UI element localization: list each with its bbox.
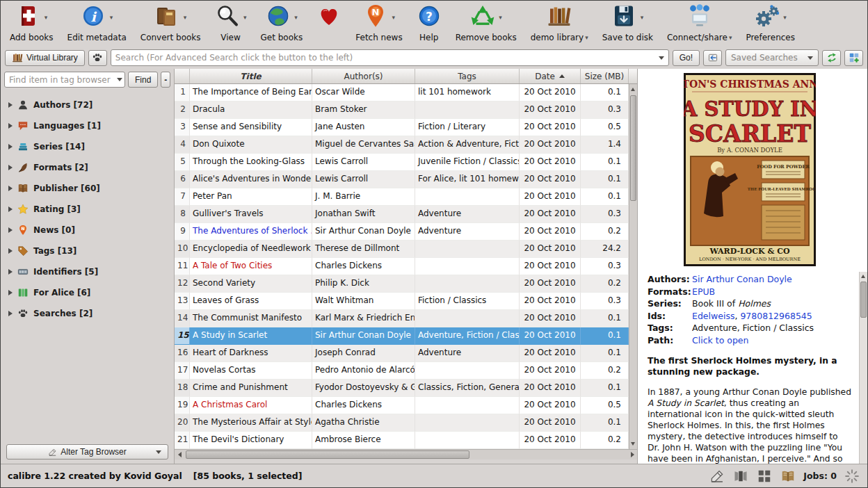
sidebar-item-for-alice[interactable]: For Alice [6] bbox=[4, 282, 170, 303]
column-header[interactable]: Size (MB) bbox=[581, 69, 629, 83]
sidebar-item-series[interactable]: Series [14] bbox=[4, 136, 170, 157]
collapse-all-button[interactable]: - bbox=[161, 72, 170, 88]
toggle-book-details-button[interactable] bbox=[780, 468, 796, 485]
book-row[interactable]: 17 Novelas Cortas Pedro Antonio de Alarc… bbox=[175, 362, 629, 380]
jobs-spinner-icon[interactable] bbox=[844, 468, 860, 485]
expand-arrow-icon[interactable] bbox=[8, 102, 13, 108]
scrollbar-track[interactable] bbox=[184, 450, 627, 459]
toggle-tag-browser-button[interactable] bbox=[709, 468, 725, 485]
book-row[interactable]: 13 Leaves of Grass Walt Whitman Fiction … bbox=[175, 293, 629, 310]
search-input[interactable] bbox=[115, 53, 655, 63]
dropdown-arrow[interactable]: ▾ bbox=[106, 14, 113, 21]
dropdown-arrow[interactable]: ▾ bbox=[291, 14, 298, 21]
jobs-label[interactable]: Jobs: 0 bbox=[803, 471, 837, 481]
book-row[interactable]: 21 The Devil's Dictionary Ambrose Bierce… bbox=[175, 432, 629, 449]
book-row[interactable]: 8 Gulliver's Travels Jonathan Swift Adve… bbox=[175, 206, 629, 223]
alter-tag-browser-button[interactable]: Alter Tag Browser bbox=[6, 444, 168, 459]
book-row[interactable]: 18 Crime and Punishment Fyodor Dostoyevs… bbox=[175, 380, 629, 397]
toolbar-button-remove-books[interactable]: ▾ Remove books bbox=[451, 3, 522, 43]
details-scrollbar[interactable] bbox=[859, 272, 867, 464]
sidebar-item-publisher[interactable]: Publisher [60] bbox=[4, 178, 170, 199]
dropdown-arrow[interactable]: ▾ bbox=[780, 14, 787, 21]
detail-link[interactable]: Sir Arthur Conan Doyle bbox=[692, 274, 792, 284]
toolbar-button-add-books[interactable]: ▾ Add books bbox=[5, 3, 58, 43]
dropdown-arrow[interactable]: ▾ bbox=[179, 14, 186, 21]
scrollbar-thumb[interactable] bbox=[186, 450, 469, 459]
go-button[interactable]: Go! bbox=[673, 50, 700, 66]
expand-arrow-icon[interactable] bbox=[8, 123, 13, 129]
chevron-down-icon[interactable] bbox=[117, 78, 122, 81]
find-button[interactable]: Find bbox=[128, 72, 158, 88]
booklist-horizontal-scrollbar[interactable] bbox=[175, 449, 637, 459]
expand-arrow-icon[interactable] bbox=[8, 227, 13, 233]
book-row[interactable]: 16 Heart of Darkness Joseph Conrad Adven… bbox=[175, 345, 629, 362]
dropdown-arrow[interactable]: ▾ bbox=[585, 34, 588, 41]
book-row[interactable]: 14 The Communist Manifesto Karl Marx & F… bbox=[175, 310, 629, 327]
toolbar-button-help[interactable]: ? Help bbox=[412, 3, 447, 43]
detail-link[interactable]: EPUB bbox=[692, 286, 715, 297]
toolbar-button-save-to-disk[interactable]: ▾ Save to disk bbox=[597, 3, 658, 43]
sidebar-item-formats[interactable]: Formats [2] bbox=[4, 157, 170, 178]
chevron-down-icon[interactable] bbox=[659, 56, 664, 60]
expand-arrow-icon[interactable] bbox=[8, 165, 13, 170]
add-saved-search-button[interactable] bbox=[844, 50, 863, 66]
book-row[interactable]: 11 A Tale of Two Cities Charles Dickens … bbox=[175, 258, 629, 275]
book-row[interactable]: 9 The Adventures of Sherlock … Sir Arthu… bbox=[175, 223, 629, 241]
detail-link[interactable]: Click to open bbox=[692, 335, 748, 345]
expand-arrow-icon[interactable] bbox=[8, 144, 13, 149]
search-combobox[interactable] bbox=[111, 49, 669, 66]
book-row[interactable]: 4 Don Quixote Miguel de Cervantes Saa… A… bbox=[175, 136, 629, 154]
chevron-down-icon[interactable] bbox=[807, 56, 813, 60]
book-row[interactable]: 7 Peter Pan J. M. Barrie 20 Oct 2010 0.1 bbox=[175, 188, 629, 206]
toolbar-button-demo-library[interactable]: demo library ▾ bbox=[526, 3, 593, 43]
find-combobox[interactable] bbox=[4, 72, 125, 88]
dropdown-arrow[interactable]: ▾ bbox=[40, 14, 47, 21]
dropdown-arrow[interactable]: ▾ bbox=[388, 14, 395, 21]
book-cover[interactable]: BEETON'S CHRISTMAS ANNUAL A STUDY IN SCA… bbox=[648, 73, 852, 266]
detail-link[interactable]: Edelweiss bbox=[692, 311, 734, 321]
book-row[interactable]: 15 A Study in Scarlet Sir Arthur Conan D… bbox=[175, 327, 629, 345]
book-row[interactable]: 6 Alice's Adventures in Wonder… Lewis Ca… bbox=[175, 171, 629, 188]
book-row[interactable]: 2 Dracula Bram Stoker 20 Oct 2010 0.3 bbox=[175, 101, 629, 119]
book-row[interactable]: 20 The Mysterious Affair at Styles Agath… bbox=[175, 414, 629, 432]
expand-arrow-icon[interactable] bbox=[8, 290, 13, 295]
expand-arrow-icon[interactable] bbox=[8, 206, 13, 212]
sidebar-item-rating[interactable]: Rating [3] bbox=[4, 199, 170, 220]
expand-arrow-icon[interactable] bbox=[8, 311, 13, 316]
toolbar-button-donate[interactable] bbox=[312, 3, 346, 33]
dropdown-arrow[interactable]: ▾ bbox=[636, 14, 643, 21]
sidebar-item-identifiers[interactable]: Identifiers [5] bbox=[4, 261, 170, 282]
book-row[interactable]: 1 The Importance of Being Ear… Oscar Wil… bbox=[175, 84, 629, 101]
sidebar-item-searches[interactable]: Searches [2] bbox=[4, 303, 170, 324]
booklist-vertical-scrollbar[interactable] bbox=[629, 84, 637, 449]
saved-searches-select[interactable]: Saved Searches bbox=[725, 49, 819, 66]
scrollbar-thumb[interactable] bbox=[860, 282, 867, 318]
toolbar-button-connect-share[interactable]: Connect/share ▾ bbox=[662, 3, 737, 43]
column-header[interactable]: Title bbox=[190, 69, 312, 83]
search-highlight-button[interactable] bbox=[88, 50, 107, 66]
toolbar-button-view[interactable]: ▾ View bbox=[210, 3, 252, 43]
dropdown-arrow[interactable]: ▾ bbox=[240, 14, 247, 21]
column-header[interactable] bbox=[175, 69, 190, 83]
copy-search-button[interactable] bbox=[703, 50, 722, 66]
scrollbar-thumb[interactable] bbox=[630, 95, 636, 201]
sidebar-item-languages[interactable]: Languages [1] bbox=[4, 115, 170, 136]
sidebar-item-news[interactable]: N News [0] bbox=[4, 220, 170, 241]
toggle-cover-browser-button[interactable] bbox=[732, 468, 749, 485]
toolbar-button-convert-books[interactable]: ▾ Convert books bbox=[136, 3, 206, 43]
toggle-cover-grid-button[interactable] bbox=[756, 468, 773, 485]
expand-arrow-icon[interactable] bbox=[8, 269, 13, 275]
book-row[interactable]: 5 Through the Looking-Glass Lewis Carrol… bbox=[175, 154, 629, 171]
scroll-right-arrow[interactable] bbox=[627, 450, 637, 459]
expand-arrow-icon[interactable] bbox=[8, 248, 13, 254]
book-row[interactable]: 12 Second Variety Philip K. Dick 20 Oct … bbox=[175, 275, 629, 293]
toolbar-button-fetch-news[interactable]: N ▾ Fetch news bbox=[351, 3, 407, 43]
toolbar-button-get-books[interactable]: ▾ Get books bbox=[256, 3, 308, 43]
scroll-left-arrow[interactable] bbox=[175, 450, 184, 459]
detail-link[interactable]: 9780812968545 bbox=[740, 311, 812, 321]
column-header[interactable]: Author(s) bbox=[312, 69, 415, 83]
toolbar-button-preferences[interactable]: ▾ Preferences bbox=[741, 3, 800, 43]
column-header[interactable]: Tags bbox=[415, 69, 520, 83]
book-row[interactable]: 10 Encyclopedia of Needlework Therese de… bbox=[175, 241, 629, 258]
find-input[interactable] bbox=[9, 75, 113, 85]
